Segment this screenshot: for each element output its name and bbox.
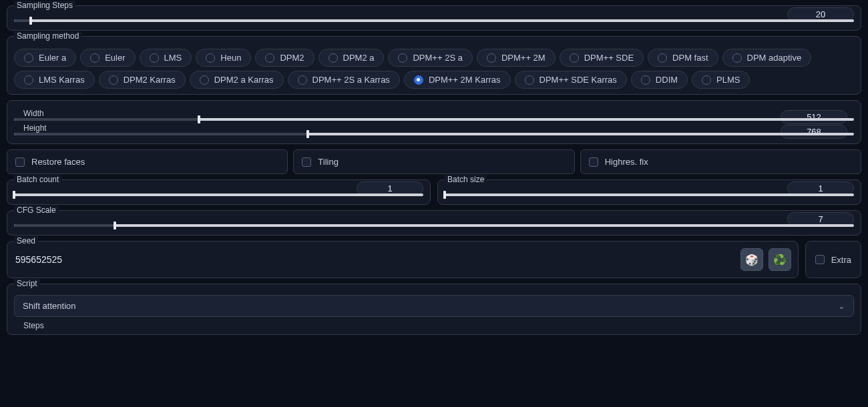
radio-dot-icon [329, 53, 338, 63]
slider-fill [14, 224, 115, 227]
cfg-scale-label: CFG Scale [14, 206, 59, 215]
sampling-method-option[interactable]: DPM++ 2M [477, 49, 556, 67]
sampling-method-option-label: DPM2 a Karras [214, 75, 274, 85]
sampling-method-option[interactable]: DDIM [631, 71, 688, 89]
sampling-method-option[interactable]: DPM2 a [318, 49, 385, 67]
sampling-method-option[interactable]: DPM2 [255, 49, 314, 67]
sampling-method-option-label: DPM++ 2S a [413, 53, 462, 63]
sampling-method-option[interactable]: DPM2 a Karras [190, 71, 284, 89]
sampling-method-option-label: Heun [220, 53, 241, 63]
batch-size-label: Batch size [445, 175, 487, 184]
script-dropdown[interactable]: Shift attention ⌄ [14, 295, 854, 317]
seed-input[interactable] [14, 252, 735, 268]
sampling-method-option-label: DPM++ SDE [584, 53, 634, 63]
radio-dot-icon [398, 53, 407, 63]
steps-label: Steps [21, 321, 47, 330]
sampling-method-option[interactable]: PLMS [692, 71, 750, 89]
sampling-method-option[interactable]: LMS [140, 49, 192, 67]
slider-fill [14, 133, 308, 135]
sampling-method-radios: Euler aEulerLMSHeunDPM2DPM2 aDPM++ 2S aD… [14, 49, 854, 89]
sampling-method-option[interactable]: Heun [196, 49, 251, 67]
sampling-method-option-label: DPM fast [672, 53, 708, 63]
checkbox-icon [815, 255, 825, 264]
slider-fill [14, 118, 199, 121]
radio-dot-icon [641, 75, 650, 85]
sampling-method-option-label: DPM++ SDE Karras [539, 75, 617, 85]
sampling-method-option-label: DPM++ 2M Karras [429, 75, 501, 85]
width-value[interactable]: 512 [781, 110, 847, 124]
sampling-method-option-label: Euler a [39, 53, 66, 63]
sampling-method-option[interactable]: DPM++ SDE [560, 49, 644, 67]
sampling-steps-slider[interactable] [14, 19, 854, 22]
sampling-method-option[interactable]: DPM++ 2S a Karras [288, 71, 400, 89]
sampling-method-option-label: LMS Karras [39, 75, 85, 85]
extra-checkbox[interactable]: Extra [805, 241, 861, 278]
recycle-icon: ♻️ [773, 254, 787, 266]
checkbox-icon [302, 157, 311, 167]
sampling-method-option-label: PLMS [716, 75, 740, 85]
sampling-method-option-label: DPM++ 2M [501, 53, 546, 63]
sampling-method-option[interactable]: DPM2 Karras [99, 71, 186, 89]
sampling-method-option[interactable]: Euler [80, 49, 135, 67]
radio-dot-icon [109, 75, 118, 85]
seed-random-button[interactable]: 🎲 [740, 248, 763, 271]
highres-fix-checkbox[interactable]: Highres. fix [580, 149, 861, 174]
sampling-method-label: Sampling method [14, 31, 81, 41]
script-panel: Script Shift attention ⌄ Steps [7, 284, 861, 335]
sampling-steps-label: Sampling Steps [14, 1, 75, 10]
slider-thumb[interactable] [443, 191, 446, 199]
height-value[interactable]: 768 [781, 125, 847, 139]
script-selected: Shift attention [23, 301, 76, 311]
radio-dot-icon [702, 75, 711, 85]
cfg-scale-slider[interactable] [14, 224, 854, 227]
slider-thumb[interactable] [114, 222, 116, 230]
seed-row: Seed 🎲 ♻️ Extra [7, 241, 861, 278]
slider-thumb[interactable] [306, 130, 309, 138]
dimensions-panel: Width 512 Height 768 [7, 100, 861, 144]
sampling-method-option[interactable]: DPM adaptive [722, 49, 812, 67]
batch-row: Batch count 1 Batch size 1 [7, 179, 861, 205]
radio-dot-icon [487, 53, 496, 63]
height-slider[interactable] [14, 133, 854, 135]
slider-thumb[interactable] [13, 191, 15, 199]
radio-dot-icon [200, 75, 209, 85]
radio-dot-icon [24, 75, 33, 85]
batch-count-slider[interactable] [14, 193, 423, 196]
radio-dot-icon [414, 75, 423, 85]
radio-dot-icon [732, 53, 742, 63]
radio-dot-icon [570, 53, 579, 63]
slider-thumb[interactable] [29, 17, 32, 25]
restore-faces-label: Restore faces [31, 157, 85, 167]
radio-dot-icon [90, 53, 99, 63]
width-slider[interactable] [14, 118, 854, 121]
radio-dot-icon [658, 53, 667, 63]
sampling-method-panel: Sampling method Euler aEulerLMSHeunDPM2D… [7, 36, 861, 95]
batch-size-panel: Batch size 1 [437, 179, 861, 205]
sampling-method-option-label: LMS [164, 53, 182, 63]
sampling-method-option-label: DPM++ 2S a Karras [312, 75, 390, 85]
seed-reuse-button[interactable]: ♻️ [769, 248, 791, 271]
sampling-method-option[interactable]: DPM fast [648, 49, 718, 67]
sampling-method-option-label: DDIM [656, 75, 678, 85]
batch-size-slider[interactable] [445, 193, 854, 196]
sampling-method-option-label: DPM2 a [343, 53, 375, 63]
sampling-method-option[interactable]: DPM++ 2M Karras [404, 71, 511, 89]
radio-dot-icon [525, 75, 534, 85]
sampling-method-option[interactable]: LMS Karras [14, 71, 95, 89]
restore-faces-checkbox[interactable]: Restore faces [7, 149, 288, 174]
sampling-method-option[interactable]: DPM++ SDE Karras [515, 71, 627, 89]
sampling-method-option[interactable]: Euler a [14, 49, 76, 67]
sampling-method-option-label: DPM adaptive [747, 53, 802, 63]
options-row: Restore faces Tiling Highres. fix [7, 149, 861, 174]
extra-label: Extra [831, 255, 851, 265]
sampling-method-option-label: DPM2 [280, 53, 304, 63]
radio-dot-icon [150, 53, 159, 63]
width-label: Width [21, 109, 47, 118]
tiling-checkbox[interactable]: Tiling [293, 149, 574, 174]
sampling-method-option[interactable]: DPM++ 2S a [388, 49, 472, 67]
highres-fix-label: Highres. fix [605, 157, 648, 167]
chevron-down-icon: ⌄ [838, 301, 845, 311]
slider-thumb[interactable] [198, 115, 200, 123]
tiling-label: Tiling [318, 157, 339, 167]
cfg-scale-panel: CFG Scale 7 [7, 210, 861, 236]
